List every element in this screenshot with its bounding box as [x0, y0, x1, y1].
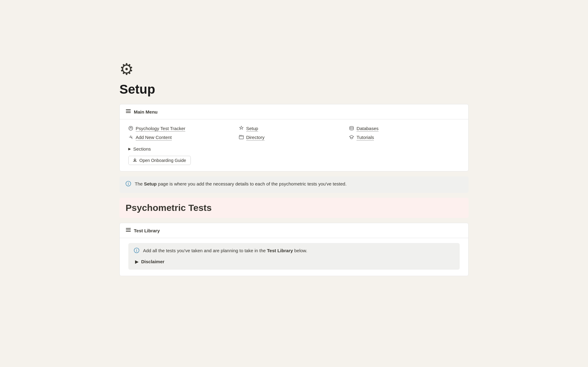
- onboarding-btn-icon: [133, 158, 137, 163]
- psychometric-section-heading: Psychometric Tests: [126, 203, 462, 213]
- test-library-info-icon: [134, 248, 139, 255]
- svg-rect-7: [239, 136, 243, 139]
- main-menu-body: Psychology Test Tracker Add New Content: [120, 119, 468, 171]
- databases-icon: [349, 126, 354, 132]
- menu-item-add-new-content[interactable]: Add New Content: [128, 133, 239, 142]
- info-message-icon: [126, 181, 131, 189]
- page-title: Setup: [119, 82, 469, 97]
- menu-col-3: Databases Tutorials: [349, 124, 460, 142]
- page-gear-icon: ⚙: [119, 61, 469, 77]
- menu-item-psychology-test-tracker[interactable]: Psychology Test Tracker: [128, 124, 239, 133]
- test-library-info-text: Add all the tests you've taken and are p…: [143, 247, 307, 254]
- menu-col-1: Psychology Test Tracker Add New Content: [128, 124, 239, 142]
- svg-rect-2: [126, 112, 131, 113]
- setup-icon: [239, 126, 244, 132]
- add-new-content-icon: [128, 135, 133, 140]
- menu-item-directory-label: Directory: [246, 135, 265, 140]
- sections-label: Sections: [133, 146, 151, 152]
- test-library-info-text-before: Add all the tests you've taken and are p…: [143, 248, 267, 253]
- test-library-header-icon: [126, 227, 131, 234]
- menu-grid: Psychology Test Tracker Add New Content: [128, 124, 460, 142]
- svg-point-10: [350, 126, 353, 128]
- info-text-before: The: [135, 181, 144, 186]
- menu-item-databases[interactable]: Databases: [349, 124, 460, 133]
- info-message-box: The Setup page is where you add the nece…: [119, 176, 469, 193]
- svg-point-12: [128, 182, 129, 183]
- main-menu-header-icon: [126, 109, 131, 115]
- test-library-info-box: Add all the tests you've taken and are p…: [128, 243, 460, 270]
- disclaimer-triangle-icon: ▶: [135, 258, 139, 265]
- menu-item-psychology-label: Psychology Test Tracker: [136, 126, 185, 132]
- sections-triangle-icon: ▶: [128, 147, 131, 151]
- menu-item-databases-label: Databases: [356, 126, 379, 132]
- psychometric-section-box: Psychometric Tests: [119, 198, 469, 218]
- test-library-info-text-after: below.: [293, 248, 307, 253]
- svg-rect-15: [126, 230, 131, 230]
- page-container: ⚙ Setup Main Menu: [95, 0, 493, 301]
- psychology-test-tracker-icon: [128, 126, 133, 132]
- directory-icon: [239, 135, 244, 140]
- menu-item-tutorials[interactable]: Tutorials: [349, 133, 460, 142]
- main-menu-header: Main Menu: [120, 104, 468, 119]
- info-bold-word: Setup: [144, 181, 157, 186]
- svg-rect-0: [126, 109, 131, 110]
- sections-row[interactable]: ▶ Sections: [128, 146, 460, 152]
- svg-point-18: [136, 249, 137, 250]
- test-library-body: Add all the tests you've taken and are p…: [120, 238, 468, 276]
- menu-item-tutorials-label: Tutorials: [356, 135, 374, 140]
- info-message-text: The Setup page is where you add the nece…: [135, 181, 347, 188]
- tutorials-icon: [349, 135, 354, 140]
- test-library-card: Test Library Add all the tests you've ta…: [119, 223, 469, 276]
- menu-col-2: Setup Directory: [239, 124, 349, 142]
- test-library-title: Test Library: [134, 228, 160, 233]
- main-menu-card: Main Menu Psychology Test Tracker: [119, 104, 469, 171]
- menu-item-add-content-label: Add New Content: [136, 135, 172, 140]
- svg-rect-1: [126, 111, 131, 111]
- test-library-info-row: Add all the tests you've taken and are p…: [134, 247, 454, 255]
- svg-rect-14: [126, 228, 131, 229]
- main-menu-title: Main Menu: [134, 109, 158, 114]
- menu-item-setup-label: Setup: [246, 126, 258, 132]
- info-text-after: page is where you add the necessary deta…: [157, 181, 347, 186]
- disclaimer-row[interactable]: ▶ Disclaimer: [134, 258, 454, 265]
- menu-item-setup[interactable]: Setup: [239, 124, 349, 133]
- menu-item-directory[interactable]: Directory: [239, 133, 349, 142]
- disclaimer-label: Disclaimer: [141, 258, 164, 265]
- svg-rect-16: [126, 231, 131, 232]
- test-library-info-bold: Test Library: [267, 248, 293, 253]
- onboarding-btn-label: Open Onboarding Guide: [139, 158, 186, 163]
- onboarding-guide-button[interactable]: Open Onboarding Guide: [128, 156, 191, 165]
- test-library-header: Test Library: [120, 223, 468, 238]
